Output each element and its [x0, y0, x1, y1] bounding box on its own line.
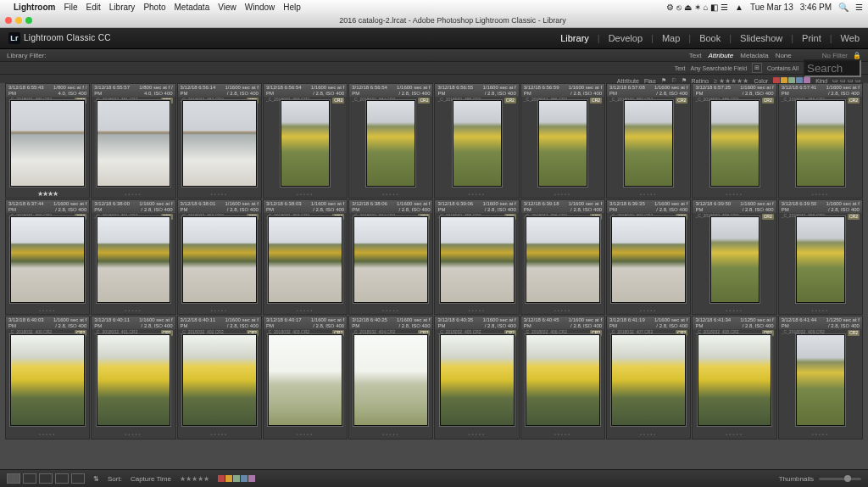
any-field-dropdown[interactable]: Any Searchable Field [690, 65, 747, 71]
rating-dots[interactable]: ••••• [297, 432, 314, 437]
rating-dots[interactable]: ••••• [554, 432, 572, 437]
thumbnail-cell[interactable]: 3/12/18 6:56:59 PM_C_2018032_386.CR2 1/1… [520, 83, 605, 199]
thumbnail-image[interactable] [521, 213, 604, 306]
menu-library[interactable]: Library [109, 3, 136, 12]
module-slideshow[interactable]: Slideshow [740, 33, 782, 43]
rating-dots[interactable]: ••••• [812, 432, 830, 437]
thumbnail-image[interactable] [349, 329, 432, 430]
thumbnail-image[interactable] [264, 213, 347, 306]
thumbnail-image[interactable] [607, 329, 690, 430]
rating-dots[interactable]: ••••• [382, 432, 400, 437]
rating-dots[interactable]: ••••• [210, 432, 228, 437]
thumbnail-cell[interactable]: 3/12/18 6:38:01 PM_C_2018032_392.CR2 1/1… [177, 199, 262, 315]
sort-value[interactable]: Capture Time [131, 475, 171, 483]
module-web[interactable]: Web [841, 33, 860, 43]
thumbnail-image[interactable] [607, 97, 690, 190]
thumbnail-image[interactable] [693, 213, 776, 306]
window-maximize-button[interactable] [25, 17, 32, 24]
thumbnail-image[interactable] [6, 329, 89, 430]
thumbnail-cell[interactable]: 3/12/18 6:40:11 PM_C_2018032_401.CR2 1/1… [91, 316, 175, 439]
thumbnail-cell[interactable]: 3/12/18 6:40:25 PM_C_2018032_404.CR2 1/1… [348, 316, 433, 439]
rating-dots[interactable]: ••••• [812, 308, 830, 313]
thumbnail-image[interactable] [349, 97, 432, 190]
contains-dropdown[interactable]: Contains All [767, 65, 798, 71]
toolbar-color-labels[interactable] [218, 475, 255, 482]
window-minimize-button[interactable] [15, 17, 22, 24]
search-input[interactable] [804, 59, 861, 77]
thumbnail-cell[interactable]: 3/12/18 6:57:41 PM_C_2018032_389.CR2 1/1… [778, 83, 863, 199]
rating-dots[interactable]: ••••• [297, 192, 314, 197]
thumbnail-cell[interactable]: 3/12/18 6:56:54 PM_C_2018032_383.CR2 1/1… [263, 83, 348, 199]
rating-dots[interactable]: ••••• [726, 192, 743, 197]
filter-tab-text[interactable]: Text [689, 52, 702, 59]
app-menu[interactable]: Lightroom [14, 3, 55, 12]
module-library[interactable]: Library [560, 33, 589, 43]
rating-dots[interactable]: ••••• [640, 308, 658, 313]
module-book[interactable]: Book [699, 33, 721, 43]
filter-tab-metadata[interactable]: Metadata [740, 52, 768, 59]
thumbnail-image[interactable] [435, 97, 518, 190]
thumbnail-image[interactable] [779, 213, 862, 306]
filter-lock-icon[interactable]: 🔒 [853, 52, 861, 59]
module-develop[interactable]: Develop [609, 33, 643, 43]
menu-file[interactable]: File [64, 3, 77, 12]
filter-preset[interactable]: No Filter [822, 52, 848, 59]
thumbnail-cell[interactable]: 3/12/18 6:40:35 PM_C_2018032_405.CR2 1/1… [434, 316, 519, 439]
rating-dots[interactable]: ••••• [125, 308, 142, 313]
thumbnail-image[interactable] [178, 213, 261, 306]
thumbnail-image[interactable] [6, 97, 89, 190]
thumbnail-image[interactable] [264, 329, 347, 430]
thumbnail-image[interactable] [92, 213, 175, 306]
thumbnail-cell[interactable]: 3/12/18 6:39:18 PM_C_2018032_396.CR2 1/1… [520, 199, 605, 315]
rating-dots[interactable]: ••••• [39, 432, 57, 437]
thumbnail-image[interactable] [779, 329, 862, 430]
menu-photo[interactable]: Photo [143, 3, 165, 12]
rating-dots[interactable]: ••••• [726, 308, 743, 313]
menu-metadata[interactable]: Metadata [175, 3, 210, 12]
sort-direction-icon[interactable]: ⇅ [93, 475, 99, 483]
menu-view[interactable]: View [218, 3, 236, 12]
thumbnail-cell[interactable]: 3/12/18 6:39:50 PM_C_2018032_398.CR2 1/1… [692, 199, 776, 315]
thumbnail-cell[interactable]: 3/12/18 6:38:03 PM_C_2018032_393.CR2 1/1… [263, 199, 348, 315]
menubar-wifi-icon[interactable]: ▲ [735, 3, 743, 12]
thumbnail-image[interactable] [693, 329, 776, 430]
thumbnail-image[interactable] [521, 329, 604, 430]
thumbnail-image[interactable] [6, 213, 89, 306]
thumbnail-image[interactable] [92, 97, 175, 190]
thumbnail-cell[interactable]: 3/12/18 6:56:54 PM_C_2018032_384.CR2 1/1… [348, 83, 433, 199]
rating-dots[interactable]: ••••• [640, 432, 658, 437]
rating-dots[interactable]: ••••• [468, 432, 486, 437]
thumbnail-image[interactable] [779, 97, 862, 190]
thumbnail-cell[interactable]: 3/12/18 6:40:17 PM_C_2018032_403.CR2 1/1… [263, 316, 348, 439]
thumbnail-cell[interactable]: 3/12/18 6:40:11 PM_C_2018032_402.CR2 1/1… [177, 316, 262, 439]
thumbnail-cell[interactable]: 3/12/18 6:40:45 PM_C_2018032_406.CR2 1/1… [520, 316, 605, 439]
thumbnail-cell[interactable]: 3/12/18 6:56:14 PM_C_2018032_382.CR2 1/1… [177, 83, 262, 199]
rating-dots[interactable]: ••••• [210, 192, 228, 197]
thumbnail-cell[interactable]: 3/12/18 6:38:00 PM_C_2018032_391.CR2 1/1… [91, 199, 175, 315]
search-rule-icon[interactable]: ⊞ [752, 63, 762, 73]
rating-dots[interactable]: ••••• [726, 432, 743, 437]
rating-dots[interactable]: ••••• [125, 432, 142, 437]
thumbnail-image[interactable] [178, 97, 261, 190]
spotlight-icon[interactable]: 🔍 [838, 3, 849, 12]
thumbnail-image[interactable] [693, 97, 776, 190]
thumbnail-image[interactable] [607, 213, 690, 306]
thumbnail-size-slider[interactable] [819, 478, 861, 480]
rating-dots[interactable]: ••••• [125, 192, 142, 197]
thumbnail-cell[interactable]: 3/12/18 6:39:35 PM_C_2018032_397.CR2 1/1… [606, 199, 691, 315]
thumbnail-cell[interactable]: 3/12/18 6:57:25 PM_C_2018032_388.CR2 1/1… [692, 83, 776, 199]
rating-dots[interactable]: ••••• [468, 192, 486, 197]
thumbnail-cell[interactable]: 3/12/18 6:37:44 PM_C_2018032_390.CR2 1/1… [5, 199, 90, 315]
module-map[interactable]: Map [662, 33, 680, 43]
filter-tab-none[interactable]: None [776, 52, 792, 59]
rating-dots[interactable]: ••••• [812, 192, 830, 197]
rating-dots[interactable]: ••••• [468, 308, 486, 313]
thumbnail-image[interactable] [264, 97, 347, 190]
thumbnail-cell[interactable]: 3/12/18 6:41:34 PM_C_2018032_408.CR2 1/1… [692, 316, 776, 439]
toolbar-rating[interactable]: ★★★★★ [180, 475, 209, 483]
thumbnail-image[interactable] [349, 213, 432, 306]
thumbnail-cell[interactable]: 3/12/18 6:38:06 PM_C_2018032_394.CR2 1/1… [348, 199, 433, 315]
thumbnail-cell[interactable]: 3/12/18 6:55:57 PM_C_2018032_381.CR2 1/8… [91, 83, 175, 199]
menu-window[interactable]: Window [245, 3, 275, 12]
notifications-icon[interactable]: ☰ [855, 3, 863, 12]
